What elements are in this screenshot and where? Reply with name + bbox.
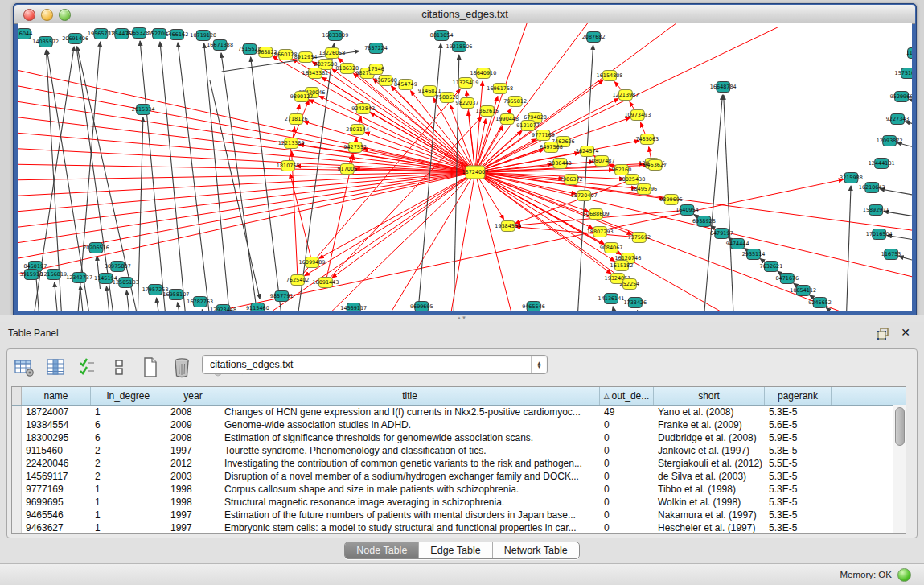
cell-out_de[interactable]: 0 xyxy=(600,444,654,457)
cell-name[interactable]: 14569117 xyxy=(22,470,91,483)
graph-node[interactable]: 9857791 xyxy=(270,291,294,302)
graph-node[interactable]: 8813054 xyxy=(430,31,454,41)
graph-node[interactable]: 16671388 xyxy=(207,40,233,51)
cell-out_de[interactable]: 0 xyxy=(600,431,654,444)
column-header-in_degree[interactable]: in_degree xyxy=(91,387,166,405)
graph-node[interactable]: 2718126 xyxy=(285,114,308,125)
close-panel-icon[interactable]: ✕ xyxy=(900,327,911,338)
cell-short[interactable]: Yano et al. (2008) xyxy=(654,406,765,418)
graph-node[interactable]: 12923448 xyxy=(210,305,236,312)
graph-node[interactable]: 19218506 xyxy=(446,42,473,52)
cell-title[interactable]: Tourette syndrome. Phenomenology and cla… xyxy=(220,444,600,457)
cell-year[interactable]: 1998 xyxy=(166,496,220,509)
graph-node[interactable]: 16033809 xyxy=(322,31,348,41)
graph-node[interactable]: 116753 xyxy=(881,249,901,260)
cell-in_degree[interactable]: 1 xyxy=(91,483,166,496)
cell-short[interactable]: Tibbo et al. (1998) xyxy=(654,483,765,496)
graph-node[interactable]: 9242843 xyxy=(351,104,375,114)
graph-node[interactable]: 20691406 xyxy=(62,34,88,44)
cell-in_degree[interactable]: 1 xyxy=(91,509,166,521)
cell-year[interactable]: 2012 xyxy=(166,457,220,470)
table-column-button[interactable] xyxy=(45,357,68,378)
cell-out_de[interactable]: 0 xyxy=(600,509,654,521)
graph-node[interactable]: 12093872 xyxy=(877,136,903,146)
graph-node[interactable]: 18495796 xyxy=(630,184,657,195)
new-document-button[interactable] xyxy=(139,357,162,378)
cell-in_degree[interactable]: 6 xyxy=(91,418,166,431)
graph-node[interactable]: 14035572 xyxy=(32,37,59,47)
cell-pagerank[interactable]: 5.3E-5 xyxy=(765,406,832,418)
cell-out_de[interactable]: 49 xyxy=(600,406,654,418)
graph-node[interactable]: 19384554 xyxy=(495,221,521,232)
graph-node[interactable]: 1733426 xyxy=(623,298,647,308)
cell-title[interactable]: Disruption of a novel member of a sodium… xyxy=(220,470,600,483)
graph-node[interactable]: 9084067 xyxy=(600,243,623,253)
graph-node[interactable]: 2015334 xyxy=(132,105,155,115)
graph-node[interactable]: 9699695 xyxy=(410,302,433,312)
graph-node[interactable]: 11325419 xyxy=(453,78,479,89)
cell-pagerank[interactable]: 5.6E-5 xyxy=(765,418,832,431)
graph-node[interactable]: 6466162 xyxy=(166,30,189,40)
cell-pagerank[interactable]: 5.3E-5 xyxy=(765,509,832,521)
graph-node[interactable]: 10719128 xyxy=(190,31,216,41)
column-header-out_de[interactable]: △out_de... xyxy=(600,387,654,405)
cell-in_degree[interactable]: 2 xyxy=(91,470,166,483)
graph-node[interactable]: 2935114 xyxy=(742,249,766,260)
table-row[interactable]: 969969511998Structural magnetic resonanc… xyxy=(12,496,906,509)
cell-pagerank[interactable]: 5.3E-5 xyxy=(765,444,832,457)
graph-node[interactable]: 8454749 xyxy=(394,80,417,90)
graph-node[interactable]: 2803144 xyxy=(346,125,369,135)
graph-hub-node[interactable]: 18724007 xyxy=(462,166,489,179)
column-header-pagerank[interactable]: pagerank xyxy=(765,387,832,405)
cell-name[interactable]: 9699695 xyxy=(22,496,91,509)
table-row[interactable]: 1456911722003Disruption of a novel membe… xyxy=(12,470,906,483)
graph-node[interactable]: 6497568 xyxy=(540,142,563,153)
cell-title[interactable]: Genome-wide association studies in ADHD. xyxy=(220,418,600,431)
table-select-combobox[interactable]: citations_edges.txt ▲▼ xyxy=(202,355,548,374)
scrollbar-thumb[interactable] xyxy=(895,407,905,446)
graph-node[interactable]: 12156819 xyxy=(40,270,67,280)
graph-node[interactable]: 1990448 xyxy=(495,114,519,125)
cell-title[interactable]: Embryonic stem cells: a model to study s… xyxy=(220,521,600,534)
graph-node[interactable]: 12505183 xyxy=(113,278,139,288)
column-header-year[interactable]: year xyxy=(166,387,220,405)
cell-title[interactable]: Estimation of significance thresholds fo… xyxy=(220,431,600,444)
graph-node[interactable]: 252254 xyxy=(620,279,640,290)
network-window-titlebar[interactable]: citations_edges.txt xyxy=(14,5,915,24)
cell-in_degree[interactable]: 2 xyxy=(91,444,166,457)
graph-node[interactable]: 16210643 xyxy=(859,183,885,193)
cell-in_degree[interactable]: 1 xyxy=(91,496,166,509)
graph-node[interactable]: 17016504 xyxy=(866,229,893,240)
cell-year[interactable]: 1998 xyxy=(166,483,220,496)
cell-year[interactable]: 2009 xyxy=(166,418,220,431)
cell-out_de[interactable]: 0 xyxy=(600,470,654,483)
column-header-short[interactable]: short xyxy=(654,387,765,405)
graph-node[interactable]: 962160 xyxy=(612,165,632,175)
graph-node[interactable]: 9121077 xyxy=(516,121,540,131)
graph-node[interactable]: 16648784 xyxy=(710,82,737,93)
graph-node[interactable]: 14136141 xyxy=(598,294,625,304)
tab-node-table[interactable]: Node Table xyxy=(345,542,418,558)
graph-node[interactable]: 15751074 xyxy=(895,68,912,79)
cell-short[interactable]: Nakamura et al. (1997) xyxy=(654,509,765,521)
graph-node[interactable]: 3215988 xyxy=(840,173,863,183)
graph-node[interactable]: 16044 xyxy=(18,29,32,39)
cell-title[interactable]: Changes of HCN gene expression and I(f) … xyxy=(220,406,600,418)
column-header-title[interactable]: title xyxy=(220,387,600,405)
cell-short[interactable]: de Silva et al. (2003) xyxy=(654,470,765,483)
graph-node[interactable]: 16543382 xyxy=(302,68,329,79)
cell-year[interactable]: 1997 xyxy=(166,509,220,521)
cell-in_degree[interactable]: 6 xyxy=(91,431,166,444)
cell-name[interactable]: 9463627 xyxy=(22,521,91,534)
table-row[interactable]: 1938455462009Genome-wide association stu… xyxy=(12,418,906,431)
graph-node[interactable]: 17546 xyxy=(368,64,384,75)
cell-out_de[interactable]: 0 xyxy=(600,521,654,534)
graph-node[interactable]: 9227343 xyxy=(886,114,910,125)
cell-short[interactable]: Hescheler et al. (1997) xyxy=(654,521,765,534)
tab-edge-table[interactable]: Edge Table xyxy=(418,542,491,558)
cell-year[interactable]: 2003 xyxy=(166,470,220,483)
table-row[interactable]: 2242004622012Investigating the contribut… xyxy=(12,457,906,470)
graph-node[interactable]: 3624574 xyxy=(576,146,599,157)
cell-short[interactable]: Jankovic et al. (1997) xyxy=(654,444,765,457)
graph-node[interactable]: 8471676 xyxy=(775,274,799,284)
